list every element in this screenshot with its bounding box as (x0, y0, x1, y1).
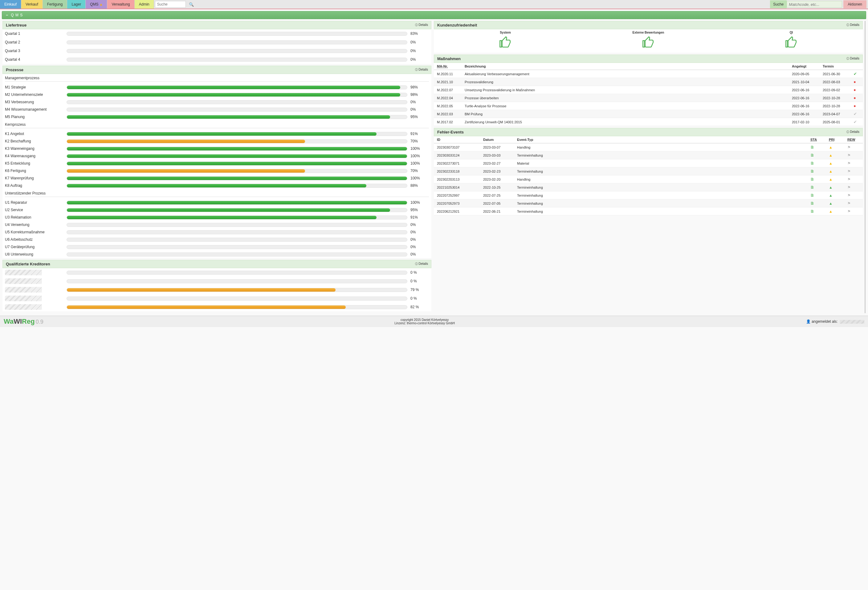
app-logo: WaWIReg0.9 (4, 318, 43, 325)
search-input-right[interactable] (787, 1, 842, 8)
fehler-row[interactable]: 202207052973 2022-07-05 Termineinhaltung… (434, 200, 863, 207)
progress-value: 0% (410, 237, 429, 242)
flag-icon[interactable]: ⚑ (847, 193, 851, 198)
ma-bez: Zertifizierung Umwelt-QM 14001:2015 (462, 118, 789, 126)
flag-icon[interactable]: ⚑ (847, 209, 851, 214)
fe-typ: Termineinhaltung (514, 200, 807, 207)
liefertreue-details-link[interactable]: Details (415, 23, 428, 27)
massnahmen-row[interactable]: M.2020.11 Aktualisierung Verbesserungsma… (434, 70, 863, 78)
massnahmen-col-ang[interactable]: Angelegt (789, 63, 819, 70)
qms-header-label: Q M S (11, 13, 23, 17)
fehler-col-pri[interactable]: PRI (829, 138, 834, 142)
flag-icon[interactable]: ⚑ (847, 185, 851, 189)
massnahmen-title: Maßnahmen (437, 56, 461, 61)
fe-datum: 2022-07-05 (480, 200, 514, 207)
ma-ang: 2022-06-16 (789, 102, 819, 110)
nav-einkauf[interactable]: Einkauf (0, 0, 21, 9)
fehler-row[interactable]: 202207252997 2022-07-25 Termineinhaltung… (434, 191, 863, 200)
priority-med-icon: ▲ (829, 153, 833, 158)
massnahmen-col-nr[interactable]: MA-Nr. (437, 64, 448, 68)
massnahmen-row[interactable]: M.2021.10 Prozessvalidierung 2021-10-04 … (434, 78, 863, 86)
kz-item: QI (720, 31, 863, 50)
flag-icon[interactable]: ⚑ (847, 153, 851, 158)
document-icon[interactable]: 🗎 (810, 201, 814, 206)
fe-datum: 2023-02-23 (480, 167, 514, 175)
document-icon[interactable]: 🗎 (810, 153, 814, 158)
fehler-col-id[interactable]: ID (434, 136, 480, 143)
progress-row: K1 Angebot 91% (3, 130, 431, 138)
massnahmen-col-bez[interactable]: Bezeichnung (462, 63, 789, 70)
kreditoren-details-link[interactable]: Details (415, 262, 428, 266)
progress-bar (66, 58, 407, 62)
fehler-row[interactable]: 202303033124 2023-03-03 Termineinhaltung… (434, 151, 863, 160)
progress-value: 83% (410, 31, 429, 36)
document-icon[interactable]: 🗎 (810, 193, 814, 198)
flag-icon[interactable]: ⚑ (847, 145, 851, 149)
progress-label: U6 Arbeitsschutz (5, 237, 66, 242)
ma-ter: 2022-08-03 (819, 78, 850, 86)
progress-label: K4 Warenausgang (5, 154, 66, 158)
massnahmen-row[interactable]: M.2017.02 Zertifizierung Umwelt-QM 14001… (434, 118, 863, 126)
progress-row: M3 Verbesserung 0% (3, 98, 431, 106)
progress-label: K7 Warenprüfung (5, 176, 66, 180)
flag-icon[interactable]: ⚑ (847, 177, 851, 182)
fehler-row[interactable]: 202302273071 2023-02-27 Material 🗎 ▲ ⚑ (434, 160, 863, 167)
document-icon[interactable]: 🗎 (810, 145, 814, 149)
fehler-details-link[interactable]: Details (846, 130, 859, 134)
flag-icon[interactable]: ⚑ (847, 161, 851, 166)
nav-verwaltung[interactable]: Verwaltung (107, 0, 134, 9)
massnahmen-row[interactable]: M.2022.03 BM Prüfung 2022-06-16 2023-04-… (434, 110, 863, 118)
nav-admin[interactable]: Admin (135, 0, 154, 9)
flag-icon[interactable]: ⚑ (847, 169, 851, 173)
document-icon[interactable]: 🗎 (810, 209, 814, 214)
progress-row: K7 Warenprüfung 100% (3, 174, 431, 182)
progress-value: 0% (410, 100, 429, 104)
fehler-col-datum[interactable]: Datum (480, 136, 514, 143)
document-icon[interactable]: 🗎 (810, 185, 814, 189)
massnahmen-row[interactable]: M.2022.04 Prozesse überarbeiten 2022-06-… (434, 94, 863, 102)
document-icon[interactable]: 🗎 (810, 161, 814, 166)
nav-verkauf[interactable]: Verkauf (21, 0, 43, 9)
collapse-icon[interactable]: − (6, 13, 8, 17)
fehler-col-rew[interactable]: REW (847, 138, 855, 142)
fehler-row[interactable]: 202210253014 2022-10-25 Termineinhaltung… (434, 183, 863, 191)
aktionen-button[interactable]: Aktionen (843, 0, 867, 8)
prozesse-title: Prozesse (6, 68, 24, 72)
fehler-row[interactable]: 202302233118 2023-02-23 Termineinhaltung… (434, 167, 863, 175)
fe-id: 202303073107 (434, 143, 480, 151)
ma-ang: 2022-06-16 (789, 110, 819, 118)
ma-bez: Aktualisierung Verbesserungsmanagement (462, 70, 789, 78)
nav-lager[interactable]: Lager (67, 0, 86, 9)
fehler-row[interactable]: 202206212921 2022-06-21 Termineinhaltung… (434, 207, 863, 216)
progress-row: M2 Unternehmensziele 98% (3, 91, 431, 98)
massnahmen-col-ter[interactable]: Termin (819, 63, 850, 70)
search-input-left[interactable] (155, 1, 186, 8)
document-icon[interactable]: 🗎 (810, 177, 814, 182)
fehler-row[interactable]: 202303073107 2023-03-07 Handling 🗎 ▲ ⚑ (434, 143, 863, 151)
prozesse-details-link[interactable]: Details (415, 68, 428, 72)
fehler-row[interactable]: 202302203113 2023-02-20 Handling 🗎 ▲ ⚑ (434, 175, 863, 183)
qms-header-bar[interactable]: − Q M S (2, 11, 866, 19)
progress-value: 0% (410, 107, 429, 112)
kunden-details-link[interactable]: Details (846, 23, 859, 27)
massnahmen-row[interactable]: M.2022.05 Turtle-Analyse für Prozesse 20… (434, 102, 863, 110)
priority-med-icon: ▲ (829, 161, 833, 166)
process-group-title: Unterstützender Prozess (3, 189, 431, 196)
priority-med-icon: ▲ (829, 145, 833, 149)
ma-nr: M.2022.04 (434, 94, 462, 102)
nav-qms[interactable]: QMS▲ (86, 0, 107, 9)
massnahmen-details-link[interactable]: Details (846, 57, 859, 61)
fehler-col-sta[interactable]: STA (810, 138, 817, 142)
user-icon: 👤 (806, 319, 811, 324)
nav-fertigung[interactable]: Fertigung (43, 0, 68, 9)
flag-icon[interactable]: ⚑ (847, 201, 851, 206)
ma-ter: 2023-04-07 (819, 110, 850, 118)
status-grey-icon: ✔ (853, 120, 857, 124)
fehler-col-typ[interactable]: Event-Typ (514, 136, 807, 143)
fe-typ: Termineinhaltung (514, 183, 807, 191)
search-icon[interactable]: 🔍 (189, 2, 194, 7)
status-ok-icon: ✔ (853, 71, 857, 76)
massnahmen-row[interactable]: M.2022.07 Umsetzung Prozessvalidierung i… (434, 86, 863, 94)
document-icon[interactable]: 🗎 (810, 169, 814, 173)
progress-bar (66, 139, 407, 143)
